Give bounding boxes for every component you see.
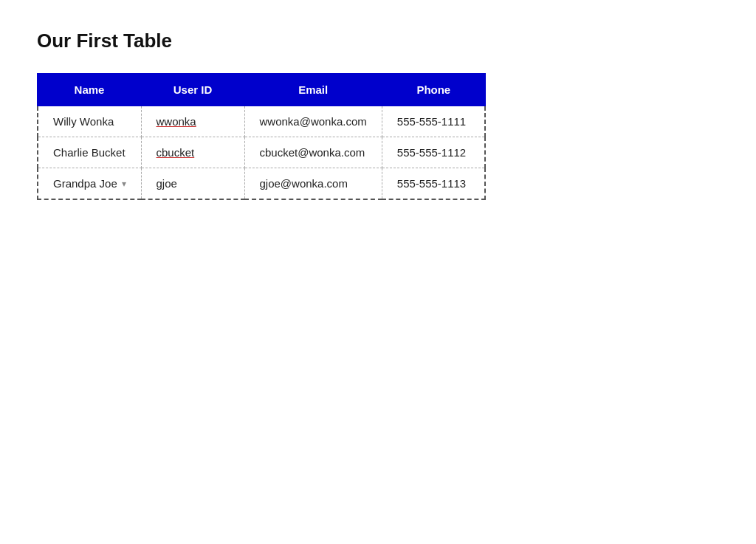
col-header-phone: Phone bbox=[382, 74, 485, 106]
cell-name-3-text: Grandpa Joe bbox=[53, 177, 117, 190]
data-table: Name User ID Email Phone Willy Wonka wwo… bbox=[37, 73, 486, 200]
cell-userid-2-val: cbucket bbox=[157, 146, 195, 159]
cell-name-2: Charlie Bucket bbox=[38, 137, 141, 168]
col-header-userid: User ID bbox=[141, 74, 244, 106]
page-title: Our First Table bbox=[37, 30, 719, 52]
cell-email-1: wwonka@wonka.com bbox=[244, 106, 382, 137]
cell-userid-1-val: wwonka bbox=[157, 115, 196, 128]
col-header-name: Name bbox=[38, 74, 141, 106]
cell-phone-1: 555-555-1111 bbox=[382, 106, 485, 137]
cell-phone-2: 555-555-1112 bbox=[382, 137, 485, 168]
cell-userid-3: gjoe bbox=[141, 168, 244, 200]
table-row: Charlie Bucket cbucket cbucket@wonka.com… bbox=[38, 137, 485, 168]
table-row: Grandpa Joe ▾ gjoe gjoe@wonka.com 555-55… bbox=[38, 168, 485, 200]
cell-phone-3: 555-555-1113 bbox=[382, 168, 485, 200]
table-row: Willy Wonka wwonka wwonka@wonka.com 555-… bbox=[38, 106, 485, 137]
dropdown-arrow-icon[interactable]: ▾ bbox=[122, 179, 126, 189]
cell-name-1: Willy Wonka bbox=[38, 106, 141, 137]
cell-userid-2: cbucket bbox=[141, 137, 244, 168]
cell-userid-1: wwonka bbox=[141, 106, 244, 137]
cell-name-3[interactable]: Grandpa Joe ▾ bbox=[38, 168, 141, 200]
table-wrapper: 📌 + Name User ID Email Phone Willy Wonka… bbox=[37, 73, 486, 200]
cell-email-2: cbucket@wonka.com bbox=[244, 137, 382, 168]
col-header-email: Email bbox=[244, 74, 382, 106]
cell-email-3: gjoe@wonka.com bbox=[244, 168, 382, 200]
